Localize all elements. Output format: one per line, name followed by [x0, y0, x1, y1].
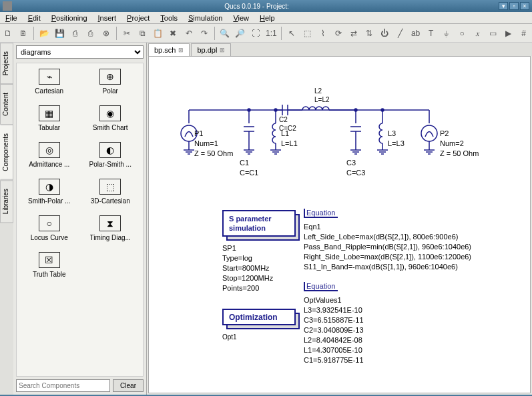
eq2-body: OptValues1 L3=3.932541E-10 C3=6.515887E-…: [304, 295, 364, 365]
tool-icon[interactable]: ⬚: [300, 26, 314, 41]
equation-icon[interactable]: 𝑥: [471, 26, 484, 41]
minimize-button[interactable]: ▾: [499, 2, 508, 10]
grid-item[interactable]: ◎Admittance ...: [22, 142, 77, 168]
component-grid: ⌁Cartesian ⊕Polar ▦Tabular ◉Smith Chart …: [16, 63, 144, 377]
category-dropdown[interactable]: diagrams: [16, 45, 144, 59]
line-icon[interactable]: ╱: [393, 26, 407, 41]
zoom-1-icon[interactable]: 1:1: [264, 26, 278, 41]
label-l1: L1 L=L1: [281, 129, 298, 149]
redo-icon[interactable]: ↷: [198, 26, 211, 41]
zoom-fit-icon[interactable]: ⛶: [249, 26, 262, 41]
activate-icon[interactable]: ⏻: [378, 26, 391, 41]
menu-tools[interactable]: Tools: [155, 13, 183, 23]
document-icon[interactable]: 🗎: [17, 26, 30, 41]
optimization-box[interactable]: Optimization: [222, 309, 296, 325]
label-c3: C3 C=C3: [346, 158, 365, 178]
label-c2: C2: [279, 115, 288, 125]
grid-item[interactable]: ◐Polar-Smith ...: [83, 142, 138, 168]
label-icon[interactable]: ab: [409, 26, 423, 41]
grid-item[interactable]: ○Locus Curve: [22, 215, 77, 241]
tab-bp-sch[interactable]: bp.sch⊠: [148, 43, 190, 56]
svg-point-13: [274, 109, 277, 111]
zoom-out-icon[interactable]: 🔎: [234, 26, 247, 41]
sp-params: SP1 Type=log Start=800MHz Stop=1200MHz P…: [222, 243, 273, 293]
mirror-y-icon[interactable]: ⇅: [362, 26, 376, 41]
ground-icon[interactable]: ⏚: [440, 26, 453, 41]
grid-item[interactable]: ⬚3D-Cartesian: [83, 179, 138, 205]
select-icon[interactable]: ↖: [285, 26, 298, 41]
grid-item[interactable]: ◑Smith-Polar ...: [22, 179, 77, 205]
eq1-body: Eqn1 Left_Side_Lobe=max(dB(S[2,1]), 800e…: [304, 222, 471, 272]
menubar: File Edit Positioning Insert Project Too…: [0, 12, 532, 24]
label-l2v: L=L2: [314, 95, 330, 105]
delete-icon[interactable]: ✖: [166, 26, 180, 41]
tab-bp-dpl[interactable]: bp.dpl⊠: [191, 43, 231, 56]
vtab-content[interactable]: Content: [0, 84, 13, 125]
menu-edit[interactable]: Edit: [23, 13, 46, 23]
svg-point-14: [354, 109, 357, 111]
equation-2[interactable]: Equation: [304, 282, 338, 291]
copy-icon[interactable]: ⧉: [136, 26, 149, 41]
sp-simulation-box[interactable]: S parametersimulation: [222, 210, 296, 237]
save-all-icon[interactable]: ⎙: [69, 26, 82, 41]
open-icon[interactable]: 📂: [37, 26, 51, 41]
save-icon[interactable]: 💾: [53, 26, 66, 41]
simulate-icon[interactable]: ▶: [501, 26, 515, 41]
titlebar: Qucs 0.0.19 - Project: ▾ ▫ ×: [0, 0, 532, 12]
vtab-libraries[interactable]: Libraries: [0, 180, 13, 223]
grid-item[interactable]: ⌁Cartesian: [22, 69, 77, 95]
menu-help[interactable]: Help: [254, 13, 280, 23]
grid-item[interactable]: ☒Truth Table: [22, 252, 77, 278]
grid-item[interactable]: ⧗Timing Diag...: [83, 215, 138, 241]
close-icon[interactable]: ⊠: [220, 47, 225, 53]
menu-file[interactable]: File: [0, 13, 23, 23]
vtab-projects[interactable]: Projects: [0, 43, 13, 84]
zoom-in-icon[interactable]: 🔍: [218, 26, 232, 41]
label-p1: P1 Num=1 Z = 50 Ohm: [194, 129, 233, 159]
grid-item[interactable]: ◉Smith Chart: [83, 105, 138, 131]
menu-simulation[interactable]: Simulation: [183, 13, 228, 23]
label-c1: C1 C=C1: [240, 158, 258, 178]
new-icon[interactable]: 🗋: [1, 26, 15, 41]
wire-icon[interactable]: ⌇: [316, 26, 330, 41]
app-icon: [3, 1, 12, 11]
document-tabs: bp.sch⊠ bp.dpl⊠: [147, 43, 532, 56]
svg-point-21: [421, 125, 437, 141]
maximize-button[interactable]: ▫: [509, 2, 519, 10]
print-icon[interactable]: ⎙: [84, 26, 97, 41]
vtab-components[interactable]: Components: [0, 125, 13, 180]
component-icon[interactable]: ▭: [486, 26, 499, 41]
menu-view[interactable]: View: [228, 13, 254, 23]
menu-positioning[interactable]: Positioning: [46, 13, 93, 23]
grid-item[interactable]: ▦Tabular: [22, 105, 77, 131]
close-icon[interactable]: ⊠: [178, 47, 184, 53]
menu-project[interactable]: Project: [121, 13, 155, 23]
paste-icon[interactable]: 📋: [151, 26, 164, 41]
label-p2: P2 Num=2 Z = 50 Ohm: [440, 129, 479, 159]
close-button[interactable]: ×: [520, 2, 529, 10]
svg-point-15: [381, 109, 384, 111]
mirror-x-icon[interactable]: ⇄: [347, 26, 360, 41]
menu-insert[interactable]: Insert: [93, 13, 122, 23]
svg-point-12: [248, 109, 250, 111]
text-icon[interactable]: T: [425, 26, 438, 41]
opt-name: Opt1: [222, 333, 237, 342]
misc-icon[interactable]: #: [517, 26, 531, 41]
equation-1[interactable]: Equation: [304, 209, 338, 218]
rotate-icon[interactable]: ⟳: [332, 26, 345, 41]
search-input[interactable]: [16, 379, 110, 392]
toolbar: 🗋 🗎 📂 💾 ⎙ ⎙ ⊗ ✂ ⧉ 📋 ✖ ↶ ↷ 🔍 🔎 ⛶ 1:1 ↖ ⬚ …: [0, 24, 532, 43]
window-title: Qucs 0.0.19 - Project:: [15, 3, 499, 10]
undo-icon[interactable]: ↶: [182, 26, 196, 41]
close-doc-icon[interactable]: ⊗: [99, 26, 113, 41]
port-icon[interactable]: ○: [455, 26, 469, 41]
cut-icon[interactable]: ✂: [120, 26, 134, 41]
label-l3: L3 L=L3: [388, 129, 405, 149]
schematic-canvas[interactable]: L2 L=L2 C2 C=C2 P1 Num=1 Z = 50 Ohm P2 N…: [148, 56, 531, 393]
grid-item[interactable]: ⊕Polar: [83, 69, 138, 95]
side-panel: Projects Content Components Libraries di…: [0, 43, 147, 395]
clear-button[interactable]: Clear: [113, 379, 144, 392]
label-l2: L2: [314, 87, 322, 96]
